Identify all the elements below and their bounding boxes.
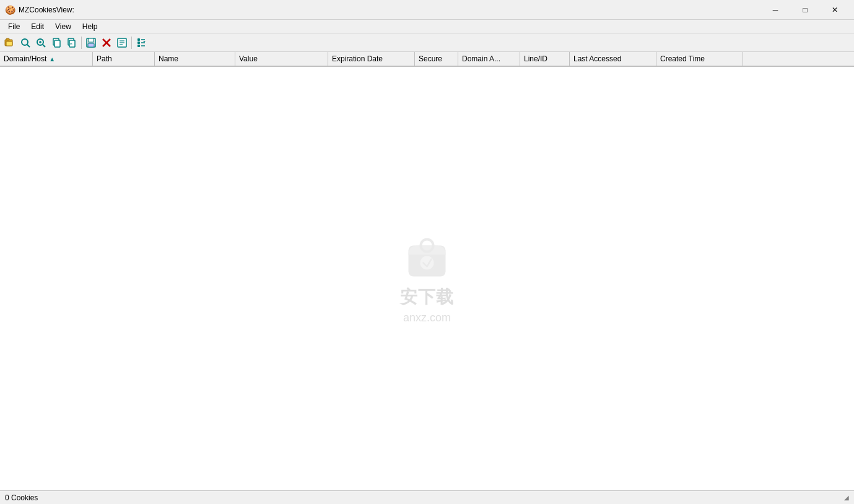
col-header-domain[interactable]: Domain/Host ▲ (0, 52, 93, 66)
status-bar: 0 Cookies ◢ (0, 490, 854, 504)
svg-text:H: H (70, 42, 72, 46)
svg-line-8 (43, 45, 45, 47)
delete-button[interactable] (99, 35, 114, 50)
toolbar: H (0, 33, 854, 52)
menu-view[interactable]: View (50, 20, 77, 33)
col-header-secure[interactable]: Secure (415, 52, 458, 66)
col-header-name[interactable]: Name (155, 52, 235, 66)
menu-file[interactable]: File (2, 20, 25, 33)
save-button[interactable] (84, 35, 98, 50)
svg-rect-16 (88, 43, 94, 47)
window-controls: ─ □ ✕ (761, 1, 849, 19)
sort-icon-domain: ▲ (49, 56, 55, 63)
title-bar: 🍪 MZCookiesView: ─ □ ✕ (0, 0, 854, 20)
col-header-lineid[interactable]: Line/ID (520, 52, 570, 66)
toolbar-sep-1 (81, 37, 82, 49)
svg-point-31 (421, 240, 434, 252)
copy-button[interactable] (49, 35, 64, 50)
svg-point-32 (420, 256, 435, 271)
app-icon: 🍪 (5, 5, 15, 15)
maximize-button[interactable]: □ (791, 1, 819, 19)
menu-edit[interactable]: Edit (25, 20, 50, 33)
table-header: Domain/Host ▲ Path Name Value Expiration… (0, 52, 854, 67)
main-content: Domain/Host ▲ Path Name Value Expiration… (0, 52, 854, 490)
col-header-value[interactable]: Value (235, 52, 328, 66)
svg-rect-23 (137, 41, 140, 44)
svg-line-4 (27, 45, 30, 47)
svg-rect-25 (137, 45, 140, 47)
watermark-logo-svg (403, 233, 452, 283)
col-header-domain-a[interactable]: Domain A... (458, 52, 520, 66)
watermark-text: 安下载 (400, 285, 454, 309)
svg-rect-10 (54, 40, 60, 47)
col-header-expiration[interactable]: Expiration Date (328, 52, 415, 66)
watermark: 安下载 anxz.com (400, 233, 454, 324)
menu-help[interactable]: Help (77, 20, 103, 33)
menu-bar: File Edit View Help (0, 20, 854, 33)
svg-rect-30 (409, 246, 446, 277)
minimize-button[interactable]: ─ (761, 1, 790, 19)
table-body: 安下载 anxz.com (0, 67, 854, 490)
col-header-created-time[interactable]: Created Time (656, 52, 743, 66)
toolbar-sep-2 (131, 37, 132, 49)
app-title: MZCookiesView: (19, 6, 761, 14)
col-header-path[interactable]: Path (93, 52, 155, 66)
options-button[interactable] (134, 35, 149, 50)
svg-marker-29 (143, 41, 146, 42)
open-button[interactable] (2, 35, 17, 50)
resize-grip[interactable]: ◢ (844, 494, 849, 501)
svg-rect-2 (6, 41, 12, 46)
svg-rect-1 (6, 38, 9, 40)
watermark-url: anxz.com (403, 311, 451, 324)
svg-point-3 (22, 39, 28, 45)
find-button[interactable] (18, 35, 33, 50)
cookie-count: 0 Cookies (5, 493, 38, 502)
copy-html-button[interactable]: H (64, 35, 79, 50)
svg-rect-24 (137, 38, 140, 41)
svg-rect-15 (89, 38, 94, 42)
magnify-button[interactable] (33, 35, 48, 50)
close-button[interactable]: ✕ (821, 1, 849, 19)
col-header-last-accessed[interactable]: Last Accessed (570, 52, 656, 66)
properties-button[interactable] (115, 35, 129, 50)
